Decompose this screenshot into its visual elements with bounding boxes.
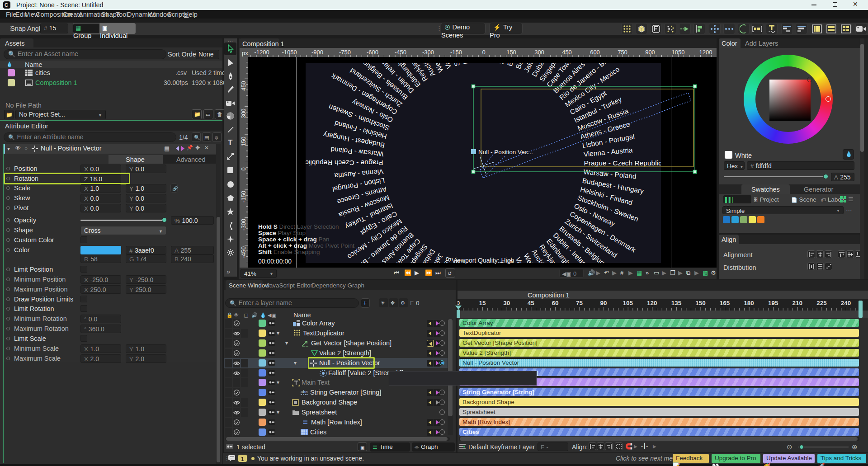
svg-text:165: 165: [720, 300, 730, 306]
svg-text:60: 60: [552, 300, 558, 306]
svg-text:15: 15: [479, 300, 486, 306]
svg-text:Prague - Czech Republic: Prague - Czech Republic: [305, 159, 383, 167]
svg-text:210: 210: [793, 300, 803, 306]
svg-text:105: 105: [623, 300, 633, 306]
svg-text:Null - Position Vec...: Null - Position Vec...: [478, 149, 533, 155]
svg-text:180: 180: [744, 300, 754, 306]
svg-text:Prague - Czech Republic: Prague - Czech Republic: [584, 159, 662, 167]
svg-text:195: 195: [768, 300, 778, 306]
svg-text:75: 75: [576, 300, 583, 306]
svg-text:225: 225: [816, 300, 827, 306]
svg-text:90: 90: [600, 300, 607, 306]
svg-text:30: 30: [503, 300, 510, 306]
svg-text:135: 135: [671, 300, 682, 306]
svg-text:45: 45: [528, 300, 535, 306]
svg-text:abc: abc: [301, 390, 308, 394]
svg-text:150: 150: [695, 300, 706, 306]
svg-text:240: 240: [841, 300, 851, 306]
svg-text:120: 120: [647, 300, 657, 306]
